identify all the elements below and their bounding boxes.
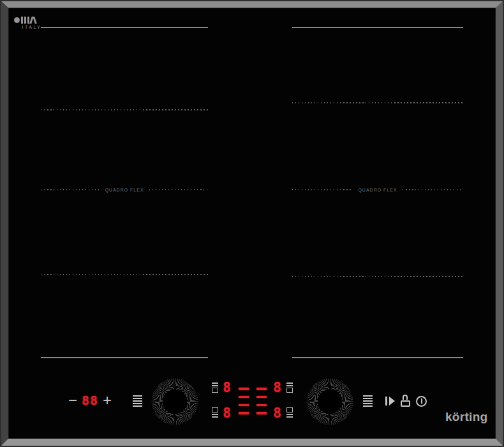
power-level-top-right: 8 [273, 381, 281, 395]
logo-bar-glyph [21, 17, 23, 24]
power-bar [239, 404, 249, 407]
lock-shackle [403, 395, 408, 400]
dotted-segment [292, 189, 353, 190]
boost-play-icon[interactable] [385, 397, 395, 405]
right-control-knob[interactable] [306, 377, 354, 426]
right-zone-bottom-line [292, 357, 463, 358]
zone-position-bottom-right-icon [286, 407, 293, 418]
icon-square [286, 388, 293, 393]
power-bar [256, 388, 267, 390]
lock-body [401, 400, 410, 407]
dotted-segment [149, 189, 208, 190]
left-zone-top-line [41, 27, 208, 28]
icon-bar [286, 414, 293, 415]
icon-bar [212, 416, 218, 418]
power-level-bottom-left: 8 [223, 407, 231, 420]
icon-bar [212, 385, 218, 386]
power-bar-column [239, 388, 249, 414]
right-menu-icon[interactable] [363, 395, 373, 407]
left-zone-divider-line [41, 274, 208, 275]
power-level-bottom-right: 8 [273, 407, 281, 420]
icon-square [212, 388, 218, 393]
minus-button[interactable]: − [65, 393, 80, 408]
left-control-knob[interactable] [151, 377, 199, 426]
logo-bar-glyph [24, 17, 26, 24]
korting-logo: körting [445, 410, 487, 424]
dotted-segment [403, 189, 463, 190]
power-bar [256, 404, 267, 407]
power-bar [239, 412, 249, 414]
left-menu-icon[interactable] [133, 395, 142, 407]
logo-slant-glyph [33, 17, 37, 24]
play-triangle [389, 397, 395, 405]
icon-bar [212, 383, 218, 384]
dotted-segment [41, 189, 100, 190]
zone-position-bottom-left-icon [212, 407, 218, 418]
icon-bar [286, 383, 293, 384]
lock-icon[interactable] [401, 395, 410, 407]
right-zone-divider-line [292, 276, 463, 277]
right-zone-divider-line [292, 102, 463, 103]
timer-display: 88 [82, 393, 98, 408]
power-bar [256, 396, 267, 398]
zone-position-top-right-icon [286, 383, 293, 393]
icon-square [212, 407, 218, 413]
icon-bar [286, 385, 293, 386]
zone-position-top-left-icon [212, 383, 218, 393]
power-level-top-left: 8 [223, 381, 231, 395]
left-zone-center-line: QUADRO FLEX [41, 186, 208, 193]
power-icon[interactable] [416, 396, 427, 407]
induction-cooktop: ITALY QUADRO FLEX QUADRO FLEX − 88 + [0, 0, 504, 447]
logo-dot-glyph [14, 17, 20, 23]
made-in-italy-glyphs [14, 15, 50, 24]
power-bar [256, 412, 267, 414]
quadro-flex-label: QUADRO FLEX [353, 188, 402, 192]
right-zone-center-line: QUADRO FLEX [292, 186, 463, 193]
left-zone-bottom-line [41, 357, 208, 358]
icon-bar [286, 416, 293, 418]
plus-button[interactable]: + [100, 392, 115, 408]
right-zone-top-line [292, 27, 463, 28]
left-zone-divider-line [41, 109, 208, 110]
power-bar [239, 396, 249, 398]
play-bar [385, 397, 387, 405]
quadro-flex-label: QUADRO FLEX [100, 188, 149, 192]
icon-square [286, 407, 293, 413]
power-bar-column [256, 388, 267, 414]
icon-bar [212, 414, 218, 415]
power-bar [239, 388, 249, 390]
